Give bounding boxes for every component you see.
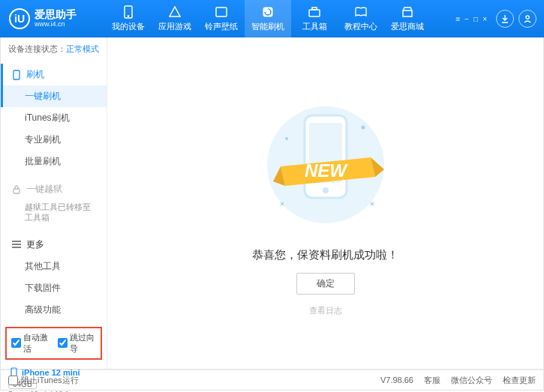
- store-icon: [401, 5, 414, 19]
- block-itunes-checkbox[interactable]: 阻止iTunes运行: [8, 375, 79, 386]
- auto-activate-input[interactable]: [11, 338, 21, 348]
- download-button[interactable]: [496, 10, 514, 28]
- svg-point-1: [128, 16, 129, 17]
- success-illustration: NEW: [251, 97, 401, 235]
- phone-small-icon: [11, 70, 22, 80]
- svg-rect-6: [403, 10, 412, 16]
- nav-label: 我的设备: [112, 21, 145, 32]
- check-update-link[interactable]: 检查更新: [503, 375, 536, 386]
- svg-point-7: [526, 16, 529, 19]
- flash-icon: [261, 5, 275, 19]
- brand-name: 爱思助手: [35, 9, 77, 20]
- svg-point-15: [361, 126, 365, 130]
- wechat-link[interactable]: 微信公众号: [451, 375, 492, 386]
- list-icon: [11, 239, 22, 250]
- maximize-icon[interactable]: □: [473, 15, 478, 23]
- flash-title: 刷机: [26, 68, 44, 81]
- nav-toolbox[interactable]: 工具箱: [291, 0, 338, 37]
- conn-label: 设备连接状态：: [8, 44, 66, 53]
- more-title: 更多: [26, 238, 44, 251]
- nav-label: 智能刷机: [251, 21, 284, 32]
- success-message: 恭喜您，保资料刷机成功啦！: [252, 248, 398, 262]
- sidebar: 设备连接状态：正常模式 刷机 一键刷机 iTunes刷机 专业刷机 批量刷机 一…: [1, 37, 107, 369]
- book-icon: [354, 5, 368, 19]
- wallpaper-icon: [215, 5, 228, 19]
- nav-label: 爱思商城: [391, 21, 424, 32]
- confirm-button[interactable]: 确定: [296, 273, 355, 295]
- logo-icon: iU: [9, 8, 30, 29]
- auto-activate-label: 自动激活: [23, 332, 50, 355]
- nav-ringtones[interactable]: 铃声壁纸: [198, 0, 245, 37]
- nav-smart-flash[interactable]: 智能刷机: [245, 0, 291, 37]
- auto-activate-checkbox[interactable]: 自动激活: [11, 332, 50, 355]
- nav-my-device[interactable]: 我的设备: [105, 0, 152, 37]
- skip-guide-label: 跳过向导: [70, 332, 97, 355]
- nav-tutorials[interactable]: 教程中心: [338, 0, 384, 37]
- svg-rect-2: [216, 7, 227, 16]
- brand-text: 爱思助手 www.i4.cn: [35, 9, 77, 28]
- view-log-link[interactable]: 查看日志: [309, 305, 342, 316]
- minimize-icon[interactable]: −: [464, 15, 469, 23]
- nav-label: 应用游戏: [158, 21, 191, 32]
- account-button[interactable]: [518, 10, 536, 28]
- body: 设备连接状态：正常模式 刷机 一键刷机 iTunes刷机 专业刷机 批量刷机 一…: [0, 37, 544, 370]
- nav-label: 教程中心: [344, 21, 377, 32]
- footer-right: V7.98.66 客服 微信公众号 检查更新: [380, 375, 536, 386]
- sidebar-item-itunes-flash[interactable]: iTunes刷机: [1, 107, 107, 129]
- nav-label: 工具箱: [302, 21, 327, 32]
- footer-left: 阻止iTunes运行: [8, 375, 79, 386]
- nav-apps-games[interactable]: 应用游戏: [152, 0, 198, 37]
- brand-url: www.i4.cn: [35, 21, 77, 28]
- toolbox-icon: [308, 5, 321, 19]
- flash-header[interactable]: 刷机: [1, 64, 107, 85]
- nav-store[interactable]: 爱思商城: [384, 0, 431, 37]
- more-header[interactable]: 更多: [1, 234, 107, 256]
- jailbreak-title: 一键越狱: [26, 183, 62, 196]
- sidebar-item-advanced[interactable]: 高级功能: [1, 299, 107, 321]
- apps-icon: [168, 5, 182, 19]
- main-panel: NEW 恭喜您，保资料刷机成功啦！ 确定 查看日志: [107, 37, 543, 369]
- sidebar-item-other-tools[interactable]: 其他工具: [1, 256, 107, 277]
- svg-rect-9: [14, 189, 20, 193]
- support-link[interactable]: 客服: [424, 375, 440, 386]
- svg-point-16: [285, 137, 288, 140]
- skip-guide-input[interactable]: [58, 338, 68, 348]
- conn-value: 正常模式: [66, 44, 99, 53]
- sidebar-item-batch-flash[interactable]: 批量刷机: [1, 151, 107, 172]
- block-itunes-label: 阻止iTunes运行: [21, 375, 79, 386]
- close-icon[interactable]: ×: [482, 15, 487, 23]
- section-more: 更多 其他工具 下载固件 高级功能: [1, 231, 107, 324]
- phone-icon: [122, 5, 135, 19]
- window-controls: ≡ − □ ×: [455, 10, 544, 28]
- jailbreak-header: 一键越狱: [1, 178, 107, 200]
- jailbreak-note: 越狱工具已转移至工具箱: [1, 200, 107, 228]
- section-flash: 刷机 一键刷机 iTunes刷机 专业刷机 批量刷机: [1, 61, 107, 175]
- svg-rect-5: [312, 7, 317, 10]
- titlebar: iU 爱思助手 www.i4.cn 我的设备 应用游戏 铃声壁纸 智能刷机 工具…: [0, 0, 544, 37]
- svg-rect-4: [309, 10, 320, 16]
- skip-guide-checkbox[interactable]: 跳过向导: [58, 332, 97, 355]
- sidebar-item-oneclick-flash[interactable]: 一键刷机: [1, 85, 107, 107]
- sidebar-item-download-fw[interactable]: 下载固件: [1, 277, 107, 299]
- options-row: 自动激活 跳过向导: [5, 327, 102, 360]
- top-nav: 我的设备 应用游戏 铃声壁纸 智能刷机 工具箱 教程中心 爱思商城: [105, 0, 455, 37]
- section-jailbreak: 一键越狱 越狱工具已转移至工具箱: [1, 175, 107, 231]
- svg-point-14: [323, 187, 329, 193]
- lock-icon: [11, 184, 22, 195]
- new-banner-text: NEW: [305, 160, 348, 181]
- menu-icon[interactable]: ≡: [455, 15, 460, 23]
- version-label: V7.98.66: [380, 376, 413, 385]
- connection-status: 设备连接状态：正常模式: [1, 37, 107, 61]
- window-mini-controls: ≡ − □ ×: [455, 15, 487, 23]
- svg-rect-8: [14, 70, 20, 79]
- logo-area: iU 爱思助手 www.i4.cn: [0, 8, 105, 29]
- block-itunes-input[interactable]: [8, 376, 18, 385]
- nav-label: 铃声壁纸: [205, 21, 238, 32]
- sidebar-item-pro-flash[interactable]: 专业刷机: [1, 129, 107, 151]
